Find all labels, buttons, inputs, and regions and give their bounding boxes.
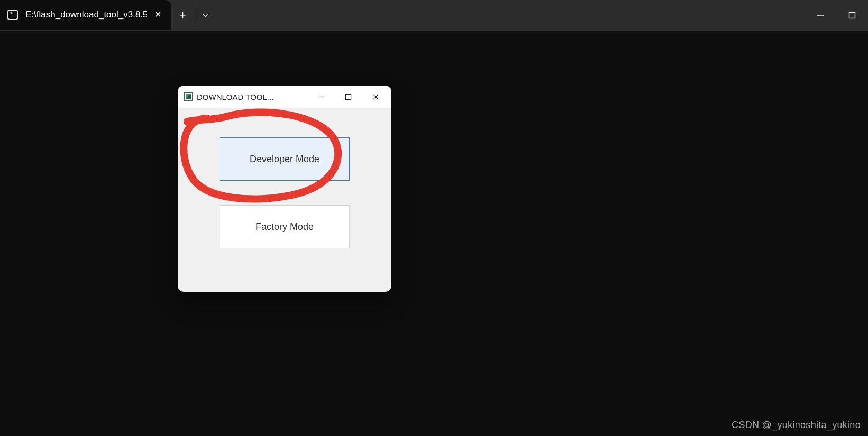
developer-mode-button[interactable]: Developer Mode (220, 137, 350, 181)
svg-rect-0 (849, 13, 855, 18)
dialog-close-button[interactable] (362, 86, 389, 108)
maximize-icon (848, 12, 856, 19)
terminal-tab[interactable]: E:\flash_download_tool_v3.8.5 ✕ (0, 0, 171, 30)
close-icon (372, 94, 379, 100)
terminal-icon (7, 10, 18, 20)
download-tool-dialog: DOWNLOAD TOOL... Developer Mode Factory … (178, 86, 391, 292)
dialog-window-controls (307, 86, 389, 108)
dialog-title: DOWNLOAD TOOL... (197, 92, 273, 101)
dialog-maximize-button[interactable] (334, 86, 362, 108)
terminal-tab-title: E:\flash_download_tool_v3.8.5 (25, 10, 147, 20)
minimize-button[interactable] (805, 0, 836, 31)
maximize-button[interactable] (836, 0, 868, 31)
dialog-minimize-button[interactable] (307, 86, 334, 108)
minimize-icon (317, 94, 324, 100)
maximize-icon (345, 94, 352, 100)
app-icon (184, 92, 193, 101)
svg-rect-1 (345, 94, 351, 99)
window-controls (805, 0, 868, 31)
new-tab-button[interactable]: + (171, 7, 195, 23)
dialog-titlebar[interactable]: DOWNLOAD TOOL... (178, 86, 391, 108)
dialog-body: Developer Mode Factory Mode (178, 108, 391, 248)
terminal-titlebar: E:\flash_download_tool_v3.8.5 ✕ + (0, 0, 868, 31)
chevron-down-icon (202, 12, 209, 19)
factory-mode-button[interactable]: Factory Mode (220, 205, 350, 248)
tab-dropdown-button[interactable] (195, 0, 216, 31)
minimize-icon (817, 12, 824, 19)
tab-close-button[interactable]: ✕ (154, 11, 161, 19)
watermark-text: CSDN @_yukinoshita_yukino (732, 420, 861, 431)
